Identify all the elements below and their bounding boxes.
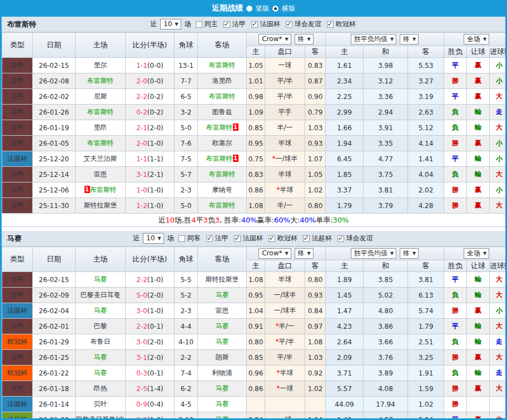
result-text: 大: [496, 322, 503, 330]
mean-home-cell: 1.61: [326, 58, 364, 73]
result-text: 勝: [452, 186, 459, 194]
scope-select[interactable]: 全场▼: [464, 248, 489, 259]
sub-column-header: 胜负: [444, 46, 467, 58]
goals-result-cell: 大: [490, 412, 507, 420]
result-text: 赢: [475, 384, 481, 392]
summary-part: 平: [196, 215, 203, 225]
league-filter-checkbox[interactable]: [303, 235, 310, 242]
league-filter-checkbox[interactable]: [251, 21, 258, 28]
handicap-cell: 半球: [265, 136, 305, 151]
horizontal-layout-radio[interactable]: [272, 6, 279, 12]
mean-home-cell: 1.79: [326, 198, 364, 214]
league-filter-checkbox[interactable]: [337, 235, 344, 242]
home-team-cell: 巴黎圣日耳曼: [76, 288, 126, 303]
result-text: 小: [496, 186, 503, 194]
league-filter-checkbox[interactable]: [234, 235, 241, 242]
chevron-down-icon: ▼: [483, 249, 486, 258]
recent-count-select[interactable]: 10▼: [160, 19, 181, 29]
mean-away-cell: 4.28: [408, 198, 444, 214]
mean-type-select[interactable]: 胜平负均值▼: [351, 248, 396, 259]
league-filter-checkbox[interactable]: [327, 21, 334, 28]
result-text: 大: [496, 416, 503, 420]
handicap-result-cell: 赢: [467, 89, 490, 105]
mean-type-select-value: 胜平负均值: [354, 35, 387, 43]
league-filter-checkbox[interactable]: [206, 235, 213, 242]
mean-home-cell: 2.09: [326, 350, 364, 365]
wdl-result-cell: 負: [444, 167, 467, 182]
odds-stage-select[interactable]: 终▼: [295, 248, 314, 259]
page-header: 近期战绩 竖版 横版: [2, 0, 505, 17]
result-text: 平: [452, 92, 459, 100]
horizontal-layout-label[interactable]: 横版: [282, 4, 295, 13]
team-name-text: 里尔: [94, 61, 107, 69]
match-type-cell: 法甲: [2, 73, 33, 89]
mean-home-cell: 4.23: [326, 319, 364, 334]
odds-company-select[interactable]: Crow*▼: [259, 34, 291, 45]
result-text: 負: [452, 108, 459, 116]
result-text: 輸: [475, 291, 481, 299]
goals-result-cell: 大: [490, 288, 507, 303]
result-text: 走: [496, 338, 503, 345]
mean-stage-select[interactable]: 终▼: [400, 34, 419, 45]
corner-cell: 4-10: [175, 334, 198, 350]
match-row: 欧冠杯26-01-29布鲁日3-0(2-0)4-10马赛0.80*平/半1.08…: [2, 334, 507, 350]
sub-column-header: 让球: [467, 260, 490, 272]
chevron-down-icon: ▼: [175, 20, 178, 28]
result-text: 輸: [475, 155, 481, 162]
same-venue-checkbox[interactable]: [178, 235, 185, 242]
match-date-cell: 26-02-15: [33, 272, 76, 288]
filter-controls: 近10▼场同客法甲法国杯欧冠杯法超杯球会友谊: [133, 233, 374, 244]
wdl-result-cell: 平: [444, 412, 467, 420]
match-date-cell: 26-01-19: [33, 120, 76, 136]
match-date-cell: 26-01-22: [33, 365, 76, 381]
match-type-cell: 法甲: [2, 272, 33, 288]
full-score: 3-1: [136, 171, 147, 179]
scope-select-value: 全场: [467, 249, 480, 258]
scope-select[interactable]: 全场▼: [464, 34, 489, 45]
chevron-down-icon: ▼: [307, 35, 311, 43]
mean-stage-select[interactable]: 终▼: [400, 248, 419, 259]
corner-cell: 5-0: [175, 198, 198, 214]
team-name-text: 马赛: [94, 275, 107, 283]
home-odds-cell: 1.04: [247, 303, 265, 319]
sub-column-header: 主: [247, 46, 265, 58]
column-header: 客场: [198, 33, 247, 58]
away-team-cell: 布雷斯特: [198, 58, 247, 73]
summary-part: 大:: [290, 215, 300, 225]
wdl-result-cell: 勝: [444, 303, 467, 319]
home-odds-cell: 1.09: [247, 105, 265, 120]
odds-stage-select[interactable]: 终▼: [295, 34, 314, 45]
mean-type-select[interactable]: 胜平负均值▼: [351, 34, 396, 45]
handicap-cell: 半球: [265, 272, 305, 288]
mean-away-cell: 3.81: [408, 272, 444, 288]
vertical-layout-label[interactable]: 竖版: [256, 4, 269, 13]
same-venue-checkbox[interactable]: [196, 21, 202, 28]
match-row: 法甲26-01-19里昂2-1(2-0)5-0布雷斯特10.85半/一1.031…: [2, 120, 507, 136]
summary-part: 赢率:: [257, 215, 274, 225]
league-filter-checkbox[interactable]: [223, 21, 230, 28]
result-text: 小: [496, 77, 503, 85]
section-filterbar: 马赛近10▼场同客法甲法国杯欧冠杯法超杯球会友谊: [2, 231, 505, 246]
home-odds-cell: 0.86: [247, 381, 265, 397]
goals-result-cell: 走: [490, 365, 507, 381]
odds-company-select[interactable]: Crow*▼: [259, 248, 291, 259]
recent-count-select[interactable]: 10▼: [143, 233, 163, 244]
vertical-layout-radio[interactable]: [246, 6, 252, 12]
result-text: 大: [496, 170, 503, 178]
wdl-result-cell: 平: [444, 89, 467, 105]
league-filter-checkbox[interactable]: [286, 21, 292, 28]
handicap-cell: [265, 397, 305, 412]
league-filter-label: 欧冠杯: [336, 19, 356, 29]
matches-table: 类型日期主场比分(半场)角球客场Crow*▼终▼胜平负均值▼终▼全场▼主盘口客主…: [2, 246, 507, 420]
goals-result-cell: 小: [490, 182, 507, 198]
corner-cell: 4-5: [175, 397, 198, 412]
summary-part: 场,胜: [175, 215, 191, 225]
mean-home-cell: 6.45: [326, 151, 364, 167]
games-label: 场: [167, 234, 174, 243]
result-text: 赢: [475, 416, 481, 420]
home-team-cell: 马赛: [76, 303, 126, 319]
team-name-text: 马赛: [216, 384, 229, 392]
home-odds-cell: 0.98: [247, 89, 265, 105]
league-filter-checkbox[interactable]: [269, 235, 275, 242]
half-score: (1-0): [147, 202, 163, 210]
